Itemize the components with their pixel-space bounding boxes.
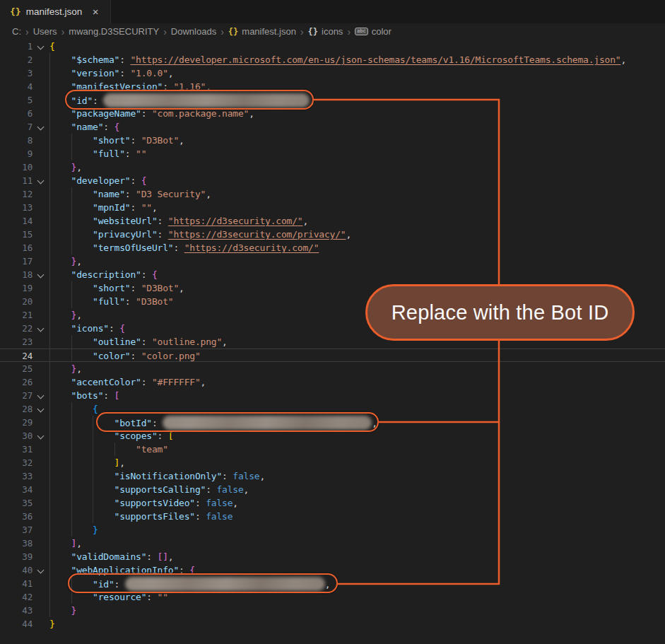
gutter: 33 (0, 469, 49, 483)
breadcrumb-item-icons[interactable]: {}icons (308, 26, 343, 37)
code-line[interactable]: 43 } (0, 604, 665, 617)
code-line[interactable]: 32 ], (0, 456, 665, 469)
breadcrumb-item-users[interactable]: Users (33, 26, 57, 37)
gutter: 31 (0, 443, 49, 456)
breadcrumb-item-color[interactable]: abccolor (355, 26, 392, 37)
code-line[interactable]: 42 "resource": "" (0, 590, 665, 604)
indent-guide (49, 402, 50, 416)
tab-manifest-json[interactable]: {} manifest.json × (0, 0, 111, 23)
code-line[interactable]: 9 "full": "" (0, 147, 665, 160)
fold-chevron-icon[interactable] (33, 429, 49, 443)
code-line[interactable]: 26 "accentColor": "#FFFFFF", (0, 375, 665, 389)
close-icon[interactable]: × (89, 6, 102, 18)
code-line[interactable]: 16 "termsOfUseUrl": "https://d3security.… (0, 241, 665, 254)
code-line[interactable]: 29 "botId": , (0, 416, 665, 429)
code-line[interactable]: 35 "supportsVideo": false, (0, 496, 665, 510)
breadcrumb-item-downloads[interactable]: Downloads (171, 26, 216, 37)
line-number: 24 (0, 349, 33, 361)
fold-chevron-icon[interactable] (33, 563, 49, 577)
code-line[interactable]: 13 "mpnId": "", (0, 201, 665, 214)
fold-spacer (33, 295, 49, 308)
code-line[interactable]: 28 { (0, 402, 665, 416)
code-line[interactable]: 11 "developer": { (0, 174, 665, 187)
code-text: "isNotificationOnly": false, (49, 469, 665, 483)
gutter: 30 (0, 429, 49, 443)
code-line[interactable]: 40 "webApplicationInfo": { (0, 563, 665, 577)
gutter: 7 (0, 120, 49, 134)
gutter: 6 (0, 107, 49, 120)
code-line[interactable]: 30 "scopes": [ (0, 429, 665, 443)
indent-guide (71, 577, 72, 590)
chevron-right-icon: › (220, 27, 224, 37)
code-line[interactable]: 27 "bots": [ (0, 389, 665, 402)
line-number: 33 (0, 469, 33, 483)
code-text: "developer": { (49, 174, 665, 187)
indent-guide (49, 322, 50, 335)
fold-chevron-icon[interactable] (33, 120, 49, 134)
code-line[interactable]: 12 "name": "D3 Security", (0, 187, 665, 201)
breadcrumb-item-c-[interactable]: C: (12, 26, 21, 37)
code-line[interactable]: 7 "name": { (0, 120, 665, 134)
fold-chevron-icon[interactable] (33, 40, 49, 53)
code-line[interactable]: 3 "version": "1.0.0", (0, 66, 665, 80)
breadcrumb-label: C: (12, 26, 21, 37)
code-text: "name": { (49, 120, 665, 134)
fold-chevron-icon[interactable] (33, 322, 49, 335)
fold-spacer (33, 53, 49, 66)
code-line[interactable]: 6 "packageName": "com.package.name", (0, 107, 665, 120)
fold-chevron-icon[interactable] (33, 268, 49, 281)
code-line[interactable]: 31 "team" (0, 443, 665, 456)
code-line[interactable]: 41 "id": , (0, 577, 665, 590)
gutter: 38 (0, 537, 49, 550)
code-line[interactable]: 34 "supportsCalling": false, (0, 483, 665, 496)
fold-spacer (33, 416, 49, 429)
fold-chevron-icon[interactable] (33, 402, 49, 416)
line-number: 8 (0, 134, 33, 147)
code-line[interactable]: 36 "supportsFiles": false (0, 510, 665, 523)
code-line[interactable]: 39 "validDomains": [], (0, 550, 665, 563)
indent-guide (71, 443, 72, 456)
code-line[interactable]: 14 "websiteUrl": "https://d3security.com… (0, 214, 665, 228)
indent-guide (71, 402, 72, 416)
redacted-value (103, 93, 310, 107)
gutter: 10 (0, 160, 49, 174)
indent-guide (71, 523, 72, 537)
gutter: 23 (0, 335, 49, 349)
code-line[interactable]: 38 ], (0, 537, 665, 550)
indent-guide (49, 187, 50, 201)
code-line[interactable]: 4 "manifestVersion": "1.16", (0, 80, 665, 93)
code-line[interactable]: 18 "description": { (0, 268, 665, 281)
indent-guide (49, 268, 50, 281)
code-line[interactable]: 24 "color": "color.png" (0, 349, 665, 362)
fold-chevron-icon[interactable] (33, 389, 49, 402)
code-line[interactable]: 37 } (0, 523, 665, 537)
code-line[interactable]: 8 "short": "D3Bot", (0, 134, 665, 147)
breadcrumb-item-mwang-d3security[interactable]: mwang.D3SECURITY (69, 26, 159, 37)
indent-guide (93, 429, 93, 443)
code-line[interactable]: 17 }, (0, 254, 665, 268)
code-line[interactable]: 2 "$schema": "https://developer.microsof… (0, 53, 665, 66)
indent-guide (71, 469, 72, 483)
code-line[interactable]: 5 "id": , (0, 93, 665, 107)
indent-guide (49, 308, 50, 322)
code-line[interactable]: 25 }, (0, 362, 665, 375)
code-text: "supportsCalling": false, (49, 483, 665, 496)
breadcrumb-item-manifest-json[interactable]: {}manifest.json (228, 26, 296, 37)
chevron-right-icon: › (163, 27, 167, 37)
json-file-icon: {} (10, 6, 21, 17)
code-text: "accentColor": "#FFFFFF", (49, 375, 665, 389)
indent-guide (49, 201, 50, 214)
code-text: "bots": [ (49, 389, 665, 402)
code-editor[interactable]: 1{2 "$schema": "https://developer.micros… (0, 40, 665, 644)
line-number: 34 (0, 483, 33, 496)
code-text: "validDomains": [], (49, 550, 665, 563)
fold-chevron-icon[interactable] (33, 174, 49, 187)
code-line[interactable]: 1{ (0, 40, 665, 53)
code-text: "id": , (49, 93, 665, 107)
gutter: 17 (0, 254, 49, 268)
code-line[interactable]: 44} (0, 617, 665, 631)
fold-spacer (33, 93, 49, 107)
code-line[interactable]: 15 "privacyUrl": "https://d3security.com… (0, 228, 665, 241)
code-line[interactable]: 33 "isNotificationOnly": false, (0, 469, 665, 483)
code-line[interactable]: 10 }, (0, 160, 665, 174)
